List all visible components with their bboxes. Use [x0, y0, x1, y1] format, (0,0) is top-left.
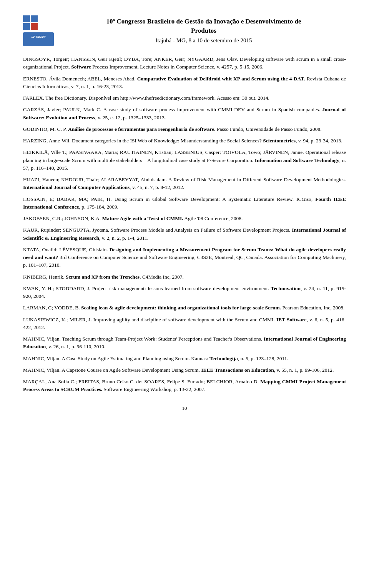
reference-19: MAHNIC, Viljan. A Capstone Course on Agi… — [23, 366, 346, 374]
header-title: 10º Congresso Brasileiro de Gestão da In… — [62, 17, 346, 35]
reference-8: HIJAZI, Haneen; KHDOUR, Thair; ALARABEYY… — [23, 176, 346, 192]
svg-rect-0 — [23, 15, 30, 22]
page: 10º CBGDP 10º Congresso Brasileiro de Ge… — [0, 0, 369, 588]
reference-16: LUKASIEWICZ, K.; MILER, J. Improving agi… — [23, 316, 346, 332]
svg-rect-2 — [23, 23, 30, 30]
header-text-block: 10º Congresso Brasileiro de Gestão da In… — [62, 17, 346, 45]
reference-10: JAKOBSEN, C.R.; JOHNSON, K.A. Mature Agi… — [23, 215, 346, 222]
reference-7: HEIKKILÄ, Ville T.; PAASIVAARA, Maria; R… — [23, 149, 346, 172]
reference-9: HOSSAIN, E; BABAR, MA; PAIK, H. Using Sc… — [23, 195, 346, 211]
svg-rect-3 — [31, 23, 38, 30]
reference-12: KTATA, Oualid; LÉVESQUE, Ghislain. Desig… — [23, 246, 346, 269]
reference-14: KWAK, Y. H.; STODDARD, J. Project risk m… — [23, 285, 346, 301]
reference-3: FARLEX. The free Dictionary. Disponível … — [23, 94, 346, 102]
page-header: 10º CBGDP 10º Congresso Brasileiro de Ge… — [23, 15, 346, 46]
reference-1: DINGSOYR, Torgeir; HANSSEN, Geir Kjetil;… — [23, 55, 346, 71]
reference-5: GODINHO, M. C. P. Análise de processos e… — [23, 125, 346, 133]
reference-11: KAUR, Rupinder; SENGUPTA, Jyotsna. Softw… — [23, 226, 346, 242]
page-number: 10 — [23, 405, 346, 411]
reference-17: MAHNIC, Viljan. Teaching Scrum through T… — [23, 335, 346, 351]
reference-15: LARMAN, C; VODDE, B. Scaling lean & agil… — [23, 304, 346, 312]
reference-4: GARZÁS, Javier; PAULK, Mark C. A case st… — [23, 106, 346, 122]
reference-6: HARZING, Anne-Wil. Document categories i… — [23, 137, 346, 145]
reference-2: ERNESTO, Ávila Domenech; ABEL, Meneses A… — [23, 75, 346, 91]
reference-18: MAHNIC, Viljan. A Case Study on Agile Es… — [23, 355, 346, 362]
logo: 10º CBGDP — [23, 15, 54, 46]
reference-13: KNIBERG, Henrik. Scrum and XP from the T… — [23, 273, 346, 281]
svg-rect-4 — [23, 32, 54, 46]
reference-20: MARÇAL, Ana Sofia C.; FREITAS, Bruno Cel… — [23, 378, 346, 394]
svg-text:10º CBGDP: 10º CBGDP — [31, 35, 46, 38]
farlex-url[interactable]: http://www.thefreedictionary.com/framewo… — [120, 95, 214, 101]
header-subtitle: Itajubá - MG, 8 a 10 de setembro de 2015 — [62, 37, 346, 45]
references-section: DINGSOYR, Torgeir; HANSSEN, Geir Kjetil;… — [23, 55, 346, 394]
svg-rect-1 — [31, 15, 38, 22]
